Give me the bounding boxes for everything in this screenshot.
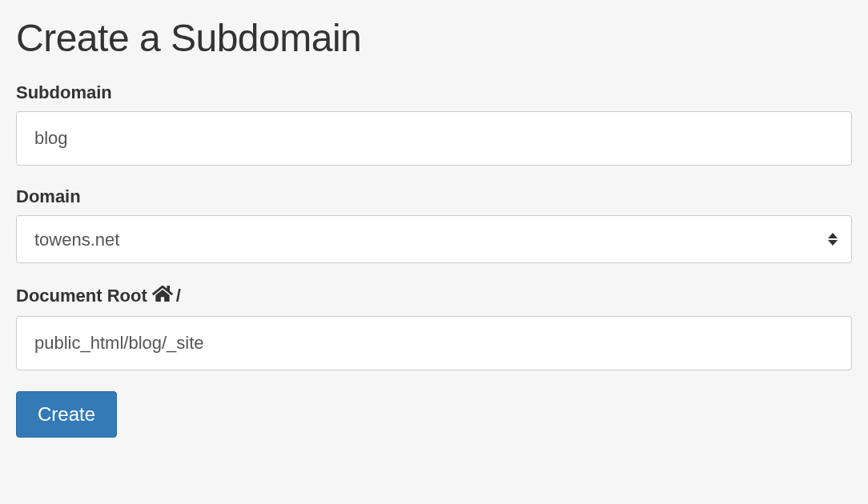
home-icon [152,284,173,308]
subdomain-label: Subdomain [16,82,852,103]
create-button[interactable]: Create [16,391,117,438]
document-root-label: Document Root / [16,284,852,308]
document-root-slash: / [176,286,181,306]
domain-select[interactable]: towens.net [16,215,852,263]
domain-label: Domain [16,186,852,207]
document-root-label-text: Document Root [16,286,147,306]
document-root-input[interactable] [16,316,852,370]
page-title: Create a Subdomain [16,16,852,60]
subdomain-input[interactable] [16,111,852,166]
